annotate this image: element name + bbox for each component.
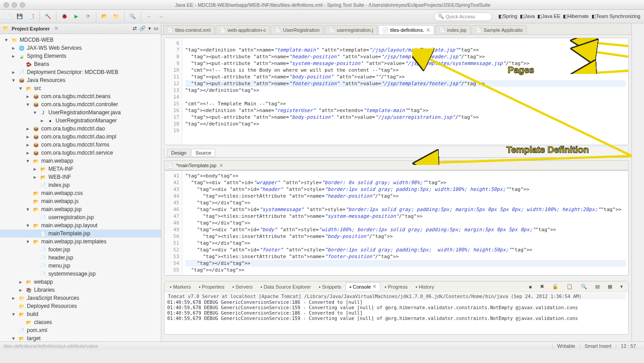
editor-tab-maintemplate[interactable]: 📄 *mainTemplate.jsp ✕ [164, 160, 629, 170]
tree-node[interactable]: ▾📦Java Resources [0, 76, 161, 84]
build-icon[interactable]: 🔨 [43, 12, 52, 21]
view-menu-icon[interactable]: ▾ [148, 26, 151, 31]
tree-node[interactable]: ▸📂webapp [0, 278, 161, 286]
console-toolbar-icon[interactable]: 🔒 [549, 283, 562, 290]
tree-node[interactable]: 📁Deployed Resources [0, 302, 161, 310]
minimize-window-icon[interactable] [12, 2, 17, 8]
new-server-icon[interactable]: 📂 [100, 12, 109, 21]
console-tab-progress[interactable]: ▪ Progress [381, 283, 411, 290]
tree-node[interactable]: ▸●UserRegistrationManager [0, 117, 161, 125]
tree-node[interactable]: ▾📂main.webapp.jsp.templates [0, 238, 161, 246]
debug-icon[interactable]: 🐞 [60, 12, 69, 21]
console-toolbar-icon[interactable]: 📋 [563, 283, 576, 290]
console-toolbar-icon[interactable]: 🔍 [577, 283, 591, 290]
editor-tab[interactable]: 📄UserRegistration [271, 25, 324, 35]
editor-tab[interactable]: 📄index.jsp [435, 25, 471, 35]
editor-tab[interactable]: 📄tiles-context.xml [163, 25, 215, 35]
run-last-icon[interactable]: ⟳ [83, 12, 92, 21]
tree-node[interactable]: ▸📦com.ora.tugbu.mdcctrl.dao.impl [0, 133, 161, 141]
console-tab-data-source-explorer[interactable]: ▪ Data Source Explorer [257, 283, 315, 290]
tree-node[interactable]: 📂main.webapp.js [0, 197, 161, 205]
perspective-java-ee[interactable]: ◧Java EE [537, 13, 560, 19]
perspective-team-synchronizing[interactable]: ◧Team Synchronizing [592, 13, 640, 19]
collapse-all-icon[interactable]: ⇄ [133, 26, 137, 31]
tab-source[interactable]: Source [191, 149, 215, 157]
tree-node[interactable]: ▸📚Libraries [0, 286, 161, 294]
tree-node[interactable]: ▾📦com.ora.tugbu.mdcctrl.controller [0, 100, 161, 108]
tree-node[interactable]: ▸📦com.ora.tugbu.mdcctrl.forms [0, 141, 161, 149]
minimize-icon[interactable]: ▭ [154, 26, 158, 31]
tree-node[interactable]: ▸📂META-INF [0, 165, 161, 173]
editor-tab[interactable]: 📄tiles-definitions. ✕ [378, 25, 434, 35]
quick-access-input[interactable]: 🔍 Quick Access [434, 12, 492, 21]
tree-node[interactable]: ▾📂main.webapp [0, 157, 161, 165]
editor-tab[interactable]: 📄Sample Applicatio [471, 25, 527, 35]
console-tab-console[interactable]: ▪ Console ✕ [346, 282, 380, 291]
perspective-hibernate[interactable]: ◧Hibernate [563, 13, 589, 19]
console-tab-snippets[interactable]: ▪ Snippets [316, 283, 345, 290]
tree-node[interactable]: ▾JUserRegistrationManager.java [0, 108, 161, 117]
console-toolbar-icon[interactable]: ▾ [617, 283, 627, 290]
search-icon[interactable]: 🔍 [128, 12, 137, 21]
right-trim-bar[interactable] [631, 23, 644, 341]
console-toolbar-icon[interactable]: ■ [525, 283, 536, 290]
tree-node[interactable]: 📄systemmessage.jsp [0, 270, 161, 278]
perspective-java[interactable]: ◧Java [520, 13, 535, 19]
tree-node[interactable]: 📄menu.jsp [0, 262, 161, 270]
tree-node[interactable]: ▾📂src [0, 84, 161, 92]
console-tab-bar[interactable]: ▪ Markers▪ Properties▪ Servers▪ Data Sou… [164, 281, 628, 292]
close-icon[interactable]: ✕ [54, 26, 58, 31]
editor-tab-bar[interactable]: 📄tiles-context.xml📄web-application-c📄Use… [161, 23, 631, 35]
close-icon[interactable]: ✕ [219, 163, 223, 169]
code-area[interactable]: "tag"><body"tag">> "tag"><div "attn">id=… [182, 171, 628, 275]
perspective-spring[interactable]: ◧Spring [498, 13, 517, 19]
link-editor-icon[interactable]: 🔗 [139, 26, 146, 31]
run-icon[interactable]: ▶ [72, 12, 81, 21]
tree-node[interactable]: ▸📦com.ora.tugbu.mdcctrl.dao [0, 125, 161, 133]
window-controls[interactable] [4, 2, 25, 8]
tree-node[interactable]: ▸🌐JAX-WS Web Services [0, 44, 161, 52]
tree-node[interactable]: ▾📁MDCDB-WEB [0, 36, 161, 44]
code-area[interactable]: "tag"><definition "attn">name="template-… [182, 38, 628, 145]
tree-node[interactable]: ▸📦com.ora.tugbu.mdcctrl.beans [0, 92, 161, 100]
save-icon[interactable]: 💾 [15, 12, 24, 21]
tree-node[interactable]: ▸📄Deployment Descriptor: MDCDB-WEB [0, 68, 161, 76]
tree-node[interactable]: 📂classes [0, 318, 161, 326]
project-tree[interactable]: ▾📁MDCDB-WEB▸🌐JAX-WS Web Services▸🍃Spring… [0, 34, 161, 341]
tree-node[interactable]: 📄pom.xml [0, 326, 161, 334]
tree-node[interactable]: 📄mainTemplate.jsp [0, 229, 161, 238]
tree-node[interactable]: ▾📂main.webapp.jsp [0, 205, 161, 213]
window-titlebar: Java EE - MDCDB-WEB/webapp/WEB-INF/tiles… [0, 0, 644, 10]
tree-node[interactable]: ▾📂build [0, 310, 161, 318]
tree-node[interactable]: ▾📂main.webapp.jsp.layout [0, 221, 161, 229]
editor-tab[interactable]: 📄userregistration.j [324, 25, 377, 35]
tree-node[interactable]: 📄userregistration.jsp [0, 213, 161, 221]
tree-node[interactable]: ▸📁JavaScript Resources [0, 294, 161, 302]
console-tab-history[interactable]: ▪ History [412, 283, 438, 290]
console-toolbar-icon[interactable]: ▤ [592, 283, 603, 290]
nav-fwd-icon[interactable]: → [156, 12, 165, 21]
console-tab-properties[interactable]: ▪ Properties [195, 283, 228, 290]
console-output[interactable]: Tomcat v7.0 Server at localhost [Apache … [164, 292, 628, 334]
save-all-icon[interactable]: 📑 [27, 12, 36, 21]
tree-node[interactable]: 📄header.jsp [0, 254, 161, 262]
console-tab-servers[interactable]: ▪ Servers [229, 283, 256, 290]
tree-node[interactable]: 🫘Beans [0, 60, 161, 68]
new-icon[interactable]: 📄 [4, 12, 13, 21]
tree-node[interactable]: 📂main.webapp.css [0, 189, 161, 197]
tree-node[interactable]: 📄index.jsp [0, 181, 161, 189]
editor-tab[interactable]: 📄web-application-c [216, 25, 270, 35]
tree-node[interactable]: ▾📂target [0, 334, 161, 341]
zoom-window-icon[interactable] [20, 2, 25, 8]
close-window-icon[interactable] [4, 2, 9, 8]
console-toolbar-icon[interactable]: ▦ [604, 283, 616, 290]
tree-node[interactable]: ▸🍃Spring Elements [0, 52, 161, 60]
tree-node[interactable]: 📄footer.jsp [0, 246, 161, 254]
tree-node[interactable]: ▸📂WEB-INF [0, 173, 161, 181]
open-type-icon[interactable]: 📁 [112, 12, 121, 21]
console-tab-markers[interactable]: ▪ Markers [166, 283, 194, 290]
console-toolbar-icon[interactable]: ✖ [536, 283, 548, 290]
tree-node[interactable]: ▸📦com.ora.tugbu.mdcctrl.service [0, 149, 161, 157]
tab-design[interactable]: Design [167, 149, 190, 157]
nav-back-icon[interactable]: ← [145, 12, 154, 21]
